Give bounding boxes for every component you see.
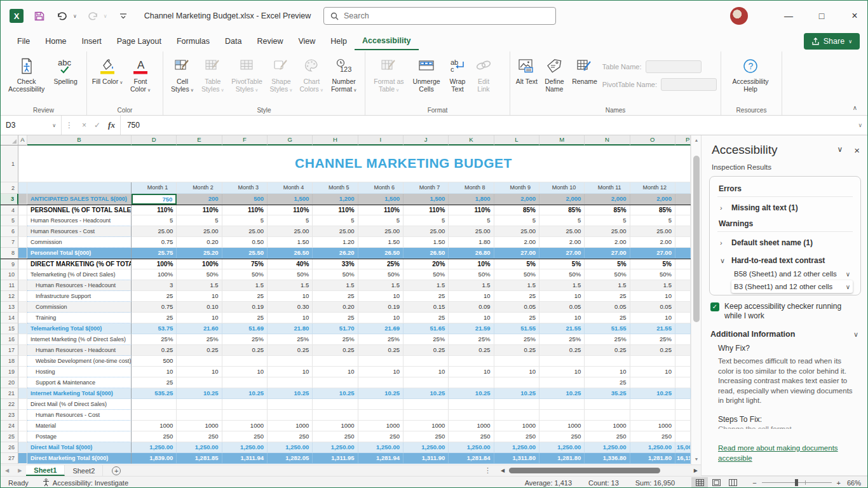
cell[interactable]	[675, 313, 691, 323]
cell[interactable]: 250	[539, 431, 585, 442]
formula-input[interactable]: 750	[121, 121, 858, 130]
cell[interactable]: Telemarketing (% of Direct Sales)	[27, 269, 132, 280]
cell[interactable]: 1000	[494, 421, 539, 431]
cell[interactable]: 0.25	[222, 345, 268, 356]
cell[interactable]: 5	[268, 215, 313, 226]
cell[interactable]: Hosting	[27, 367, 132, 377]
cell[interactable]: 1,250.00	[177, 442, 222, 453]
cell[interactable]: 1000	[403, 421, 449, 431]
cell[interactable]: 110%	[449, 205, 494, 215]
cell[interactable]: 50%	[449, 269, 494, 280]
cell[interactable]: 1.50	[268, 237, 313, 248]
cell[interactable]: 15,000.00	[675, 442, 691, 453]
row-header[interactable]: 4	[1, 205, 18, 215]
cell[interactable]: 21.55	[539, 323, 585, 334]
tab-file[interactable]: File	[10, 33, 37, 50]
cell[interactable]: 1,250.00	[630, 442, 675, 453]
row-header[interactable]: 17	[1, 345, 18, 356]
column-header[interactable]: G	[268, 135, 313, 146]
cell[interactable]: 10.25	[358, 388, 403, 399]
cell[interactable]: 500	[132, 356, 177, 367]
cell[interactable]	[18, 356, 27, 367]
column-header[interactable]: D	[132, 135, 177, 146]
cell[interactable]: 5	[494, 215, 539, 226]
cell[interactable]: 110%	[222, 205, 268, 215]
cell[interactable]: 25	[222, 291, 268, 302]
cell[interactable]: 50%	[358, 269, 403, 280]
cell[interactable]: 26.80	[449, 248, 494, 259]
active-cell[interactable]: 750	[132, 194, 177, 205]
row-header[interactable]: 18	[1, 356, 18, 367]
new-sheet-button[interactable]: +	[112, 466, 121, 475]
cell[interactable]	[18, 248, 27, 259]
cell[interactable]: Human Resources - Cost	[27, 226, 132, 237]
cell[interactable]	[18, 421, 27, 431]
cell[interactable]: 250	[358, 431, 403, 442]
cell[interactable]: 21.55	[630, 323, 675, 334]
name-box-dropdown-icon[interactable]: ∨	[52, 123, 56, 128]
cell[interactable]: 1,282.05	[268, 453, 313, 464]
cell[interactable]: 10	[177, 367, 222, 377]
tab-insert[interactable]: Insert	[74, 33, 109, 50]
cell[interactable]	[222, 377, 268, 388]
cell[interactable]	[675, 215, 691, 226]
cell[interactable]: 1,839.00	[132, 453, 177, 464]
cell[interactable]: 25.00	[403, 226, 449, 237]
cell[interactable]: 250	[630, 431, 675, 442]
cell[interactable]: 1,250.00	[132, 442, 177, 453]
cell[interactable]: 1,336.80	[585, 453, 630, 464]
cell[interactable]: 16,114.67	[675, 453, 691, 464]
pane-collapse-icon[interactable]: ∨	[837, 145, 843, 156]
cell[interactable]: 50%	[313, 269, 358, 280]
cell[interactable]: 25.00	[313, 226, 358, 237]
cell[interactable]	[449, 410, 494, 421]
cell[interactable]	[313, 356, 358, 367]
cell[interactable]: 25%	[494, 334, 539, 345]
cell[interactable]: 5	[177, 215, 222, 226]
cell[interactable]: 110%	[268, 205, 313, 215]
cell[interactable]	[539, 356, 585, 367]
cell[interactable]: 1.5	[585, 280, 630, 291]
cell[interactable]: 26.50	[358, 248, 403, 259]
customize-toolbar-icon[interactable]	[116, 9, 130, 23]
cell[interactable]: 10.25	[449, 388, 494, 399]
cell[interactable]	[675, 226, 691, 237]
cell[interactable]: 110%	[403, 205, 449, 215]
cell[interactable]: 2,000	[539, 194, 585, 205]
cell[interactable]: 1,250.00	[268, 442, 313, 453]
error-missing-alt-text[interactable]: › Missing alt text (1)	[717, 200, 853, 217]
cell[interactable]: 33%	[313, 259, 358, 269]
keep-checker-running-checkbox[interactable]: ✓ Keep accessibility checker running whi…	[702, 295, 868, 323]
cell[interactable]: 25	[313, 313, 358, 323]
row-header[interactable]: 20	[1, 377, 18, 388]
cell[interactable]: 10	[449, 291, 494, 302]
cell[interactable]	[630, 399, 675, 410]
row-header[interactable]: 3	[1, 194, 18, 205]
cell[interactable]: 10	[358, 367, 403, 377]
cell[interactable]: 26.50	[403, 248, 449, 259]
alt-text-button[interactable]: Alt Text	[514, 54, 539, 85]
cell[interactable]	[449, 399, 494, 410]
cell[interactable]: 1.5	[358, 280, 403, 291]
cell[interactable]	[675, 302, 691, 313]
cell[interactable]: 5	[630, 215, 675, 226]
tab-formulas[interactable]: Formulas	[169, 33, 217, 50]
cell[interactable]: 25%	[358, 259, 403, 269]
share-button[interactable]: Share ∨	[804, 33, 860, 50]
page-layout-view-button[interactable]	[708, 477, 724, 488]
row-header[interactable]: 2	[1, 182, 18, 194]
font-color-button[interactable]: A Font Color	[124, 54, 157, 94]
cell[interactable]	[177, 377, 222, 388]
expand-formula-bar-icon[interactable]: ∨	[858, 122, 868, 128]
cell[interactable]	[18, 377, 27, 388]
cell[interactable]: 0.25	[585, 345, 630, 356]
cell[interactable]	[675, 323, 691, 334]
pane-close-icon[interactable]: ×	[854, 145, 860, 156]
cell[interactable]	[675, 259, 691, 269]
cell[interactable]: 10	[313, 367, 358, 377]
cell[interactable]: 1.5	[268, 280, 313, 291]
cell[interactable]: 0.75	[132, 237, 177, 248]
cell[interactable]: 25.00	[358, 226, 403, 237]
cell[interactable]: 25.00	[494, 226, 539, 237]
cell[interactable]: 250	[222, 431, 268, 442]
